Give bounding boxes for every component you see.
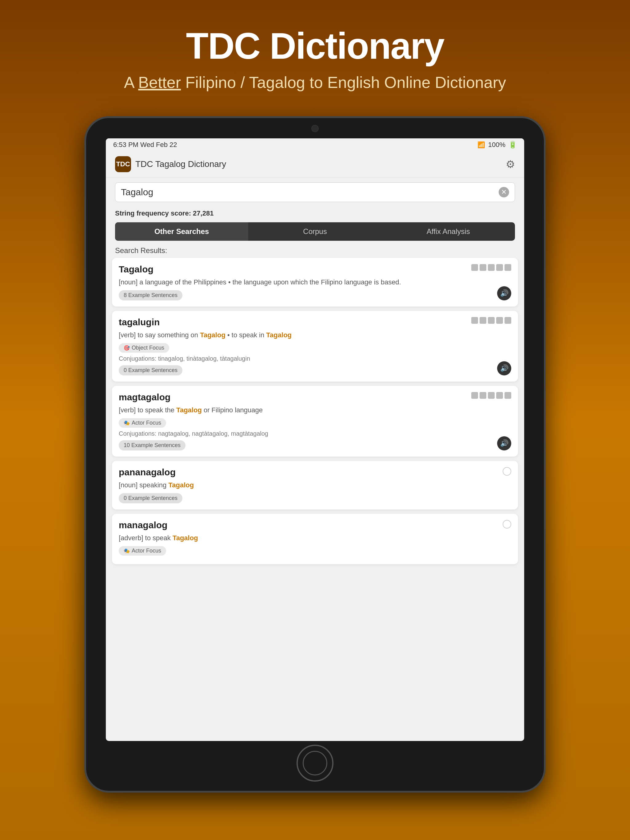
tab-corpus[interactable]: Corpus — [248, 222, 381, 241]
dot3 — [488, 392, 495, 399]
highlight2-tagalugin: Tagalog — [266, 331, 291, 339]
highlight-pananagalog: Tagalog — [168, 481, 194, 489]
app-title-text: TDC Tagalog Dictionary — [135, 159, 226, 169]
frequency-value: 27,281 — [193, 209, 214, 217]
dots-tagalugin — [471, 317, 511, 324]
audio-btn-tagalugin[interactable]: 🔊 — [497, 361, 511, 376]
example-sentences-btn-magtagalog[interactable]: 10 Example Sentences — [119, 440, 185, 450]
dot3 — [488, 317, 495, 324]
def-prefix-magtagalog: [verb] to speak the — [119, 406, 176, 414]
dot1 — [471, 264, 478, 271]
status-right: 📶 100% 🔋 — [477, 141, 517, 149]
tab-other-searches[interactable]: Other Searches — [115, 222, 248, 241]
def-mid-tagalugin: • to speak in — [225, 331, 266, 339]
tag-icon-actor: 🎭 — [123, 420, 130, 426]
search-results-label: Search Results: — [106, 243, 524, 258]
page-title: TDC Dictionary — [186, 25, 444, 67]
word-title-managalog: managalog — [119, 520, 167, 530]
tab-affix-analysis[interactable]: Affix Analysis — [382, 222, 515, 241]
search-area: Tagalog ✕ — [106, 177, 524, 207]
conjugations-tagalugin: Conjugations: tinagalog, tinàtagalog, tà… — [119, 355, 511, 362]
home-button-inner — [303, 751, 327, 775]
tag-actor-focus: 🎭 Actor Focus — [119, 418, 166, 428]
highlight1-tagalugin: Tagalog — [200, 331, 225, 339]
audio-btn-magtagalog[interactable]: 🔊 — [497, 436, 511, 450]
app-header: TDC TDC Tagalog Dictionary ⚙ — [106, 151, 524, 177]
conjugations-magtagalog: Conjugations: nagtagalog, nagtàtagalog, … — [119, 430, 511, 437]
dots-magtagalog — [471, 392, 511, 399]
tag-actor-focus-managalog: 🎭 Actor Focus — [119, 546, 166, 556]
dot5 — [505, 392, 511, 399]
tag-object-focus: 🎯 Object Focus — [119, 343, 169, 353]
word-title-pananagalog: pananagalog — [119, 467, 176, 477]
frequency-score: String frequency score: 27,281 — [106, 207, 524, 220]
def-suffix-magtagalog: or Filipino language — [202, 406, 263, 414]
dot4 — [496, 264, 503, 271]
highlight-managalog: Tagalog — [173, 534, 198, 542]
word-title-tagalugin: tagalugin — [119, 317, 160, 327]
checkbox-pananagalog[interactable] — [503, 467, 511, 476]
result-card-pananagalog: pananagalog [noun] speaking Tagalog 0 Ex… — [112, 461, 518, 510]
highlight-magtagalog: Tagalog — [176, 406, 202, 414]
dot2 — [480, 392, 486, 399]
tablet-camera — [311, 125, 319, 132]
card-footer-magtagalog: 10 Example Sentences — [119, 440, 511, 450]
checkbox-managalog[interactable] — [503, 520, 511, 529]
tablet-frame: 6:53 PM Wed Feb 22 📶 100% 🔋 TDC TDC Taga… — [84, 116, 546, 793]
dot4 — [496, 392, 503, 399]
tag-icon-actor-managalog: 🎭 — [123, 548, 130, 554]
dot1 — [471, 392, 478, 399]
word-def-tagalugin: [verb] to say something on Tagalog • to … — [119, 330, 511, 340]
card-header-tagalog: Tagalog — [119, 264, 511, 275]
dot5 — [505, 264, 511, 271]
word-def-tagalog: [noun] a language of the Philippines • t… — [119, 277, 511, 287]
tablet-screen: 6:53 PM Wed Feb 22 📶 100% 🔋 TDC TDC Taga… — [106, 138, 524, 741]
word-title-magtagalog: magtagalog — [119, 392, 171, 403]
audio-btn-tagalog[interactable]: 🔊 — [497, 286, 511, 300]
tag-row-managalog: 🎭 Actor Focus — [119, 546, 511, 556]
app-logo: TDC — [115, 156, 131, 172]
tag-label-actor-focus-managalog: Actor Focus — [131, 548, 161, 554]
word-title-tagalog: Tagalog — [119, 264, 154, 275]
dot4 — [496, 317, 503, 324]
settings-icon[interactable]: ⚙ — [506, 158, 515, 171]
example-sentences-btn-tagalugin[interactable]: 0 Example Sentences — [119, 365, 182, 376]
result-card-tagalog: Tagalog [noun] a language of the Philipp… — [112, 258, 518, 306]
clear-search-button[interactable]: ✕ — [499, 187, 509, 197]
word-def-pananagalog: [noun] speaking Tagalog — [119, 480, 511, 490]
dot5 — [505, 317, 511, 324]
subtitle-prefix: A — [124, 74, 138, 91]
card-header-magtagalog: magtagalog — [119, 392, 511, 403]
subtitle-suffix: Filipino / Tagalog to English Online Dic… — [181, 74, 506, 91]
word-def-managalog: [adverb] to speak Tagalog — [119, 533, 511, 543]
def-prefix-managalog: [adverb] to speak — [119, 534, 173, 542]
app-logo-area: TDC TDC Tagalog Dictionary — [115, 156, 226, 172]
card-header-tagalugin: tagalugin — [119, 317, 511, 327]
result-card-magtagalog: magtagalog [verb] to speak the Tagalog o… — [112, 386, 518, 456]
def-prefix-pananagalog: [noun] speaking — [119, 481, 168, 489]
dot1 — [471, 317, 478, 324]
tag-row-magtagalog: 🎭 Actor Focus — [119, 418, 511, 428]
dot3 — [488, 264, 495, 271]
card-footer-pananagalog: 0 Example Sentences — [119, 493, 511, 503]
dot2 — [480, 317, 486, 324]
dots-tagalog — [471, 264, 511, 271]
result-card-managalog: managalog [adverb] to speak Tagalog 🎭 Ac… — [112, 514, 518, 564]
status-time: 6:53 PM Wed Feb 22 — [113, 141, 177, 149]
example-sentences-btn-pananagalog[interactable]: 0 Example Sentences — [119, 493, 182, 503]
tag-label-actor-focus: Actor Focus — [131, 420, 161, 426]
def-prefix-tagalugin: [verb] to say something on — [119, 331, 200, 339]
search-box[interactable]: Tagalog ✕ — [115, 182, 515, 202]
dot2 — [480, 264, 486, 271]
tab-bar: Other Searches Corpus Affix Analysis — [115, 222, 515, 241]
status-bar: 6:53 PM Wed Feb 22 📶 100% 🔋 — [106, 138, 524, 151]
tag-label-object-focus: Object Focus — [131, 345, 164, 351]
example-sentences-btn-tagalog[interactable]: 8 Example Sentences — [119, 290, 182, 300]
card-footer-tagalog: 8 Example Sentences — [119, 290, 511, 300]
tag-icon-object: 🎯 — [123, 345, 130, 351]
results-list: Tagalog [noun] a language of the Philipp… — [106, 258, 524, 741]
home-button[interactable] — [296, 745, 334, 782]
result-card-tagalugin: tagalugin [verb] to say something on Tag… — [112, 311, 518, 382]
search-input-value: Tagalog — [121, 187, 153, 197]
word-def-magtagalog: [verb] to speak the Tagalog or Filipino … — [119, 405, 511, 415]
